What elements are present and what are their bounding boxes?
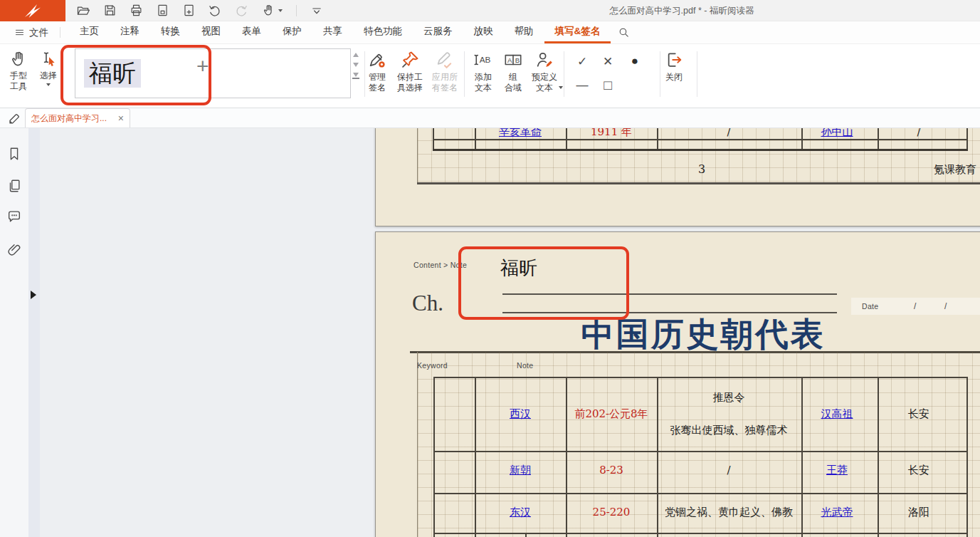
customize-toolbar-icon[interactable] xyxy=(309,3,325,19)
pages-icon[interactable] xyxy=(6,178,22,194)
table-cell[interactable]: 王莽 xyxy=(826,462,848,479)
table-cell: 长安 xyxy=(908,462,929,479)
undo-icon[interactable] xyxy=(207,3,223,19)
main-area: 辛亥革命 1911 年 / 孙中山 / 3 氪课教育 Content > Not… xyxy=(0,128,980,537)
expand-panel-arrow-icon[interactable] xyxy=(31,291,36,299)
table-cell[interactable]: 汉高祖 xyxy=(821,405,853,422)
close-ribbon-button[interactable]: 关闭 xyxy=(658,50,690,83)
table-cell[interactable]: 东汉 xyxy=(510,504,531,521)
table-cell[interactable]: 辛亥革命 xyxy=(499,128,542,140)
menu-items: 主页 注释 转换 视图 表单 保护 共享 特色功能 云服务 放映 帮助 填写&签… xyxy=(69,21,611,43)
menu-item-help[interactable]: 帮助 xyxy=(504,21,544,43)
predefined-text-label: 预定义 文本 xyxy=(532,72,557,93)
table-cell: / xyxy=(917,128,920,140)
document-tab-bar: 怎么面对高中学习... × xyxy=(0,108,980,128)
annotate-pencil-icon[interactable] xyxy=(6,110,22,126)
date-label: Date xyxy=(862,302,878,311)
svg-text:AB: AB xyxy=(480,55,491,64)
document-tab[interactable]: 怎么面对高中学习... × xyxy=(25,108,130,127)
table-cell[interactable]: 新朝 xyxy=(510,462,531,479)
apply-signatures-icon xyxy=(435,50,455,70)
menu-item-share[interactable]: 共享 xyxy=(312,21,353,43)
add-text-label: 添加 文本 xyxy=(475,72,492,93)
manage-signature-button[interactable]: 管理 签名 xyxy=(360,50,394,93)
date-slash: / xyxy=(944,301,947,311)
menu-item-comment[interactable]: 注释 xyxy=(110,21,150,43)
manage-signature-label: 管理 签名 xyxy=(369,72,386,93)
svg-text:A: A xyxy=(507,56,512,64)
annotation-red-box-page xyxy=(458,246,629,320)
ribbon-divider xyxy=(464,51,465,97)
text-select-icon xyxy=(39,50,58,68)
placed-signature[interactable]: 福昕 xyxy=(500,256,537,281)
table-cell[interactable]: 西汉 xyxy=(510,405,531,422)
predefined-text-button[interactable]: 预定义 文本 xyxy=(527,50,562,93)
table-cell: 8-23 xyxy=(599,462,623,479)
document-tab-label: 怎么面对高中学习... xyxy=(31,113,114,125)
table-cell: / xyxy=(727,462,730,479)
stamp-dot-button[interactable]: ● xyxy=(625,51,645,71)
select-tool-button[interactable]: 选择 xyxy=(34,50,63,86)
close-ribbon-label: 关闭 xyxy=(665,72,683,83)
table-cell[interactable]: 光武帝 xyxy=(821,504,853,521)
menu-item-home[interactable]: 主页 xyxy=(69,21,110,43)
menu-item-convert[interactable]: 转换 xyxy=(150,21,191,43)
add-signature-button[interactable]: + xyxy=(196,54,209,78)
menu-item-view[interactable]: 视图 xyxy=(191,21,231,43)
stamp-square-button[interactable]: □ xyxy=(598,75,618,95)
open-folder-icon[interactable] xyxy=(75,3,91,19)
tab-close-icon[interactable]: × xyxy=(118,113,124,123)
menu-item-features[interactable]: 特色功能 xyxy=(353,21,413,43)
window-title: 怎么面对高中学习.pdf * - 福昕阅读器 xyxy=(610,0,754,21)
add-text-icon: AB xyxy=(473,50,494,70)
page-add-icon[interactable] xyxy=(181,3,196,19)
menu-item-fill-sign[interactable]: 填写&签名 xyxy=(544,21,611,43)
scroll-up-icon[interactable] xyxy=(353,53,359,57)
save-icon[interactable] xyxy=(102,3,117,19)
table-cell[interactable]: 孙中山 xyxy=(821,128,853,140)
signature-preview[interactable]: 福昕 xyxy=(84,59,141,88)
menu-item-present[interactable]: 放映 xyxy=(463,21,504,43)
chapter-label: Ch. xyxy=(412,291,443,316)
bookmark-icon[interactable] xyxy=(6,146,22,162)
hand-tool-button[interactable]: 手型 工具 xyxy=(3,50,34,92)
predefined-text-icon xyxy=(534,50,554,70)
comments-icon[interactable] xyxy=(6,209,22,224)
pdf-viewer[interactable]: 辛亥革命 1911 年 / 孙中山 / 3 氪课教育 Content > Not… xyxy=(40,128,980,537)
attachments-icon[interactable] xyxy=(6,242,22,258)
gallery-spinners xyxy=(352,53,359,79)
redo-icon[interactable] xyxy=(233,3,249,19)
page-paste-icon[interactable] xyxy=(154,3,170,19)
panel-splitter[interactable] xyxy=(28,128,40,537)
keep-tool-selected-button[interactable]: 保持工 具选择 xyxy=(393,50,427,93)
ribbon-divider xyxy=(697,51,697,97)
expand-gallery-icon[interactable] xyxy=(352,73,359,79)
hand-gesture-icon[interactable] xyxy=(260,3,284,19)
pdf-page-1: 辛亥革命 1911 年 / 孙中山 / 3 氪课教育 xyxy=(375,128,980,226)
foxit-logo[interactable] xyxy=(0,0,65,21)
date-slash: / xyxy=(914,301,917,311)
search-button[interactable] xyxy=(611,21,637,43)
scroll-down-icon[interactable] xyxy=(353,63,359,67)
select-tool-label: 选择 xyxy=(40,71,57,81)
table-cell: 长安 xyxy=(908,405,929,422)
add-text-button[interactable]: AB 添加 文本 xyxy=(467,50,500,93)
table-cell: 推恩令 xyxy=(713,389,745,406)
table-cell: / xyxy=(727,128,730,140)
table-cell: 洛阳 xyxy=(908,504,929,521)
title-bar: 怎么面对高中学习.pdf * - 福昕阅读器 xyxy=(0,0,980,21)
signature-gallery[interactable]: 福昕 xyxy=(75,48,351,98)
print-icon[interactable] xyxy=(128,3,144,19)
stamp-cross-button[interactable]: ✕ xyxy=(598,51,618,71)
apply-all-signatures-button[interactable]: 应用所 有签名 xyxy=(427,50,463,93)
menu-item-protect[interactable]: 保护 xyxy=(272,21,312,43)
menu-file[interactable]: 文件 xyxy=(11,21,51,43)
caret-down-icon xyxy=(559,86,563,89)
combine-field-button[interactable]: A B 组 合域 xyxy=(500,50,527,93)
stamp-line-button[interactable]: — xyxy=(572,75,592,95)
menu-item-form[interactable]: 表单 xyxy=(231,21,272,43)
note-label: Note xyxy=(517,361,533,370)
menu-item-cloud[interactable]: 云服务 xyxy=(413,21,463,43)
stamp-check-button[interactable]: ✓ xyxy=(572,51,592,71)
keyword-label: Keyword xyxy=(417,361,448,370)
